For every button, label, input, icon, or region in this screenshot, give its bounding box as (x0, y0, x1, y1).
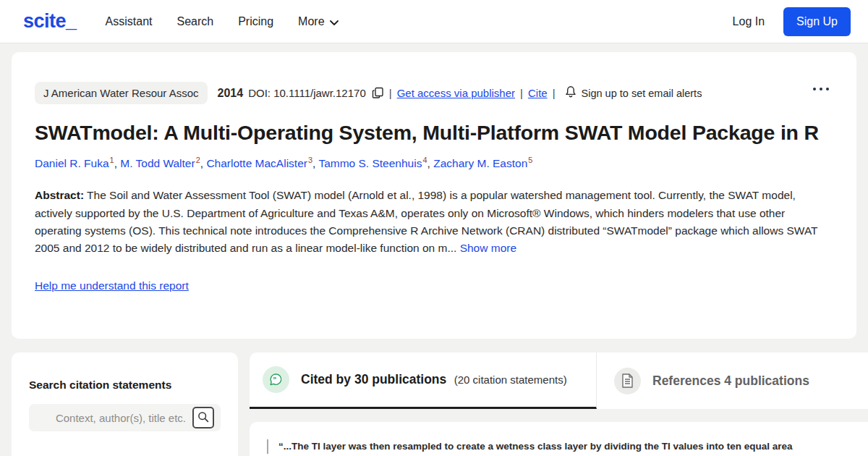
login-link[interactable]: Log In (733, 15, 765, 28)
citations-tabs: ” Cited by 30 publications (20 citation … (250, 352, 868, 409)
references-label: References 4 publications (652, 373, 809, 389)
doi-text: DOI: 10.1111/jawr.12170 (248, 87, 366, 99)
references-document-icon (614, 368, 641, 394)
top-navigation-bar: scite_ Assistant Search Pricing More Log… (0, 0, 868, 43)
main-nav: Assistant Search Pricing More (106, 14, 339, 29)
citation-statement-card: “...The TI layer was then resampled to c… (250, 422, 868, 456)
email-alerts-link[interactable]: Sign up to set email alerts (582, 88, 702, 99)
scite-logo[interactable]: scite_ (23, 10, 77, 33)
paper-title: SWATmodel: A Multi-Operating System, Mul… (35, 119, 833, 146)
separator: | (389, 87, 392, 99)
author-link[interactable]: Daniel R. Fuka (35, 157, 109, 169)
paper-summary-card: J American Water Resour Assoc 2014 DOI: … (12, 52, 856, 339)
copy-doi-icon[interactable] (372, 87, 384, 99)
authors-list: Daniel R. Fuka1, M. Todd Walter2, Charlo… (35, 156, 833, 170)
nav-pricing[interactable]: Pricing (238, 15, 273, 28)
abstract-text: Abstract: The Soil and Water Assessment … (35, 187, 833, 257)
nav-more[interactable]: More (298, 14, 338, 29)
author-affiliation-number[interactable]: 5 (528, 156, 532, 164)
separator: | (553, 87, 556, 99)
more-options-icon[interactable] (812, 83, 830, 95)
citation-search-card: Search citation statements (12, 352, 238, 456)
nav-assistant[interactable]: Assistant (106, 15, 153, 28)
abstract-body: The Soil and Water Assessment Tool (SWAT… (35, 189, 817, 254)
author-affiliation-number[interactable]: 3 (308, 156, 312, 164)
author-link[interactable]: Charlotte MacAlister (206, 157, 307, 169)
author-affiliation-number[interactable]: 1 (110, 156, 114, 164)
svg-text:”: ” (273, 376, 276, 384)
citations-quote-icon: ” (263, 366, 289, 393)
cite-link[interactable]: Cite (528, 87, 548, 99)
citation-search-title: Search citation statements (29, 379, 221, 392)
journal-badge[interactable]: J American Water Resour Assoc (35, 82, 208, 104)
search-icon (197, 411, 209, 425)
show-more-link[interactable]: Show more (460, 242, 516, 254)
help-understand-link[interactable]: Help me understand this report (35, 279, 189, 292)
publication-year: 2014 (218, 87, 244, 100)
citation-search-box (29, 404, 221, 431)
chevron-down-icon (330, 16, 339, 29)
author-link[interactable]: M. Todd Walter (120, 157, 195, 169)
separator: | (520, 87, 523, 99)
tab-references[interactable]: References 4 publications (597, 352, 868, 409)
signup-button[interactable]: Sign Up (783, 7, 851, 36)
cited-by-label: Cited by 30 publications (301, 372, 446, 387)
citation-statements-count: (20 citation statements) (454, 373, 567, 386)
tab-cited-by[interactable]: ” Cited by 30 publications (20 citation … (250, 352, 597, 409)
header-actions: Log In Sign Up (733, 7, 851, 36)
author-link[interactable]: Zachary M. Easton (433, 157, 527, 169)
bell-icon (565, 85, 576, 101)
nav-more-label: More (298, 15, 324, 28)
author-link[interactable]: Tammo S. Steenhuis (318, 157, 422, 169)
abstract-label: Abstract: (35, 189, 84, 201)
nav-search[interactable]: Search (176, 15, 213, 28)
author-affiliation-number[interactable]: 2 (196, 156, 200, 164)
citation-statement-quote: “...The TI layer was then resampled to c… (267, 439, 846, 454)
get-access-link[interactable]: Get access via publisher (397, 87, 515, 99)
author-affiliation-number[interactable]: 4 (422, 156, 427, 164)
citation-search-button[interactable] (192, 407, 214, 428)
paper-meta-row: J American Water Resour Assoc 2014 DOI: … (35, 82, 833, 104)
